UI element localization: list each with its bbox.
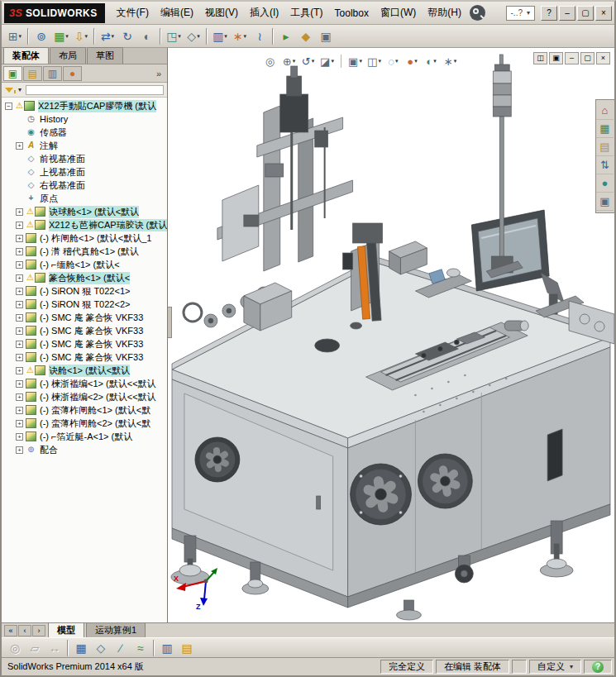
panel-splitter[interactable]	[168, 307, 172, 338]
tree-expander[interactable]: +	[16, 274, 23, 282]
tab-motion-study-1[interactable]: 运动算例1	[86, 623, 146, 638]
tree-expander[interactable]: +	[16, 393, 23, 401]
tree-item[interactable]: + X212も芭褲CAP瑞胶诀 (默认	[2, 218, 167, 231]
view-orientation-button[interactable]: ▣	[346, 53, 365, 69]
tree-item[interactable]: + (-) 楝浙褴编<2> (默认<<默认	[2, 390, 167, 403]
model-3d[interactable]	[168, 48, 614, 622]
tree-item[interactable]: + 诀舱<1> (默认<默认	[2, 364, 167, 377]
new-motion-study-button[interactable]: ▸	[276, 27, 296, 45]
tree-item[interactable]: + (-) SMC 庵 篆合恢 VKF33	[2, 324, 167, 337]
rotate-component-button[interactable]: ↻	[117, 27, 137, 45]
tree-expander[interactable]: +	[16, 433, 23, 441]
graphics-viewport[interactable]: ◎ ⊕ ↺ ◪	[168, 48, 614, 622]
tree-expander[interactable]: +	[16, 235, 23, 242]
doc-close-button[interactable]: ×	[596, 52, 610, 64]
design-library-icon[interactable]: ▦	[596, 120, 614, 138]
viewport-layout-button[interactable]: ◫	[533, 52, 547, 64]
hide-show-items-button[interactable]: ◌	[384, 53, 403, 69]
tree-item[interactable]: + 篆合恢舱<1> (默认<	[2, 271, 167, 284]
menu-item[interactable]: 窗口(W)	[375, 6, 422, 20]
previous-view-button[interactable]: ↺	[298, 53, 318, 69]
assembly-features-button[interactable]: ◳	[164, 27, 184, 45]
tree-expander[interactable]: +	[16, 367, 23, 374]
tree-item[interactable]: 右视基准面	[2, 179, 167, 192]
mate-button[interactable]: ⊚	[31, 27, 51, 45]
search-icon[interactable]	[470, 5, 485, 21]
menu-item[interactable]: Toolbox	[329, 7, 375, 19]
menu-item[interactable]: 视图(V)	[199, 6, 244, 20]
tree-expander[interactable]: +	[16, 142, 23, 150]
apply-scene-button[interactable]: ◐	[422, 53, 441, 69]
component-pattern-button[interactable]: ▦	[51, 27, 71, 45]
tree-item[interactable]: + (-) SiRON 狠 T022<2>	[2, 298, 167, 311]
appearances-icon[interactable]: ●	[596, 174, 614, 193]
tree-item[interactable]: + (-) ⌐箔近艇-A<1> (默认	[2, 430, 167, 443]
axis-tool[interactable]: ∕	[111, 639, 131, 657]
tree-item[interactable]: + (-) 柞闸舱<1> (默认<默认_1	[2, 231, 167, 245]
tree-item[interactable]: + (-) 蛮薄柞闸舱<1> (默认<默	[2, 403, 167, 417]
tree-expander[interactable]: −	[5, 103, 12, 110]
tree-expander[interactable]: +	[16, 314, 23, 322]
tree-item[interactable]: + (-) ⌐缅舱<1> (默认<	[2, 258, 167, 271]
zoom-area-button[interactable]: ⊕	[279, 53, 298, 69]
status-help-segment[interactable]: ?	[584, 660, 612, 674]
tree-expander[interactable]: +	[16, 261, 23, 269]
tree-item[interactable]: History	[2, 112, 167, 126]
tree-item[interactable]: + (-) SMC 庵 篆合恢 VKF33	[2, 337, 167, 350]
custom-properties-icon[interactable]: ▣	[596, 193, 614, 211]
tree-expander[interactable]: +	[16, 327, 23, 335]
resources-home-icon[interactable]: ⌂	[596, 102, 614, 120]
displaymanager-tab[interactable]: ●	[63, 66, 82, 81]
explode-line-sketch-button[interactable]: ≀	[250, 27, 270, 45]
tree-item[interactable]: 前视基准面	[2, 152, 167, 165]
tab-scroll-first[interactable]: «	[4, 625, 17, 636]
tree-item[interactable]: + 注解	[2, 139, 167, 152]
large-assembly-mode-button[interactable]: ▣	[316, 27, 336, 45]
tree-expander[interactable]: +	[16, 288, 23, 295]
help-button[interactable]: ?	[541, 6, 557, 21]
viewport-single-button[interactable]: ▣	[549, 52, 563, 64]
menu-item[interactable]: 工具(T)	[284, 6, 328, 20]
display-style-button[interactable]: ◫	[365, 53, 384, 69]
tree-item[interactable]: 传感器	[2, 126, 167, 139]
tree-item[interactable]: + (-) SiRON 狠 T022<1>	[2, 284, 167, 298]
tree-item[interactable]: + (-) 蛮薄柞闸舱<2> (默认<默	[2, 417, 167, 430]
tree-expander[interactable]: +	[16, 341, 23, 348]
section-view-button[interactable]: ◪	[318, 53, 337, 69]
bill-of-materials-button[interactable]: ▥	[210, 27, 230, 45]
view-palette-icon[interactable]: ⇅	[596, 156, 614, 174]
tree-expander[interactable]: +	[16, 420, 23, 427]
quick-search-box[interactable]: -..? ▾	[506, 6, 535, 21]
tree-item[interactable]: 上视基准面	[2, 165, 167, 179]
insert-component-button[interactable]: ⊞	[5, 27, 25, 45]
edit-appearance-button[interactable]: ●	[403, 53, 422, 69]
filter-dropdown-icon[interactable]: ▾	[18, 86, 21, 93]
instant-3d-button[interactable]: ◆	[296, 27, 316, 45]
featuremanager-tab[interactable]: ▣	[3, 66, 22, 81]
menu-item[interactable]: 帮助(H)	[422, 6, 467, 20]
design-binder-tool[interactable]: ▤	[177, 639, 197, 657]
menu-item[interactable]: 编辑(E)	[155, 6, 199, 20]
curve-tool[interactable]: ≈	[131, 639, 150, 657]
view-settings-button[interactable]: ∗	[441, 53, 460, 69]
tree-expander[interactable]: +	[16, 446, 23, 454]
doc-minimize-button[interactable]: –	[565, 52, 579, 64]
tree-expander[interactable]: +	[16, 208, 23, 216]
tree-item[interactable]: + (-) 楝浙褴编<1> (默认<<默认	[2, 377, 167, 390]
plane-tool[interactable]: ◇	[91, 639, 111, 657]
file-explorer-icon[interactable]: ▤	[596, 138, 614, 156]
tree-item[interactable]: + 配合	[2, 443, 167, 456]
evaluate-table-tool[interactable]: ▥	[157, 639, 177, 657]
tab-sketch[interactable]: 草图	[87, 47, 123, 64]
tree-expander[interactable]: +	[16, 380, 23, 388]
configurationmanager-tab[interactable]: ▥	[43, 66, 62, 81]
filter-input[interactable]	[26, 85, 164, 95]
tab-assembly[interactable]: 装配体	[3, 47, 49, 64]
menu-item[interactable]: 插入(I)	[244, 6, 284, 20]
tab-layout[interactable]: 布局	[50, 47, 86, 64]
zoom-fit-button[interactable]: ◎	[260, 53, 279, 69]
restore-button[interactable]: ▢	[577, 6, 594, 21]
minimize-button[interactable]: –	[559, 6, 575, 21]
show-hidden-components-button[interactable]: ◐	[137, 27, 157, 45]
tree-item[interactable]: − X212手動貼CAP膠帶機 (默认	[2, 99, 167, 112]
